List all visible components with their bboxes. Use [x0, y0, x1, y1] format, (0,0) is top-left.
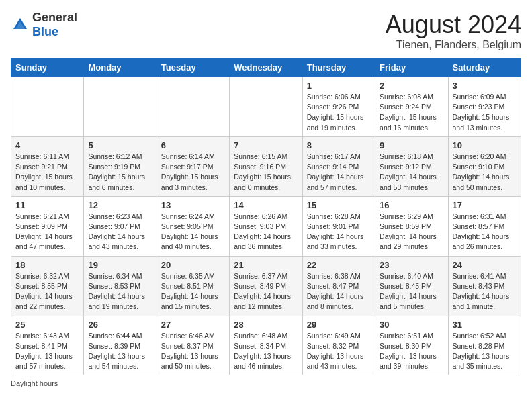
day-number: 7 — [234, 140, 298, 150]
calendar-cell: 31Sunrise: 6:52 AM Sunset: 8:28 PM Dayli… — [448, 316, 521, 375]
day-info: Sunrise: 6:46 AM Sunset: 8:37 PM Dayligh… — [161, 331, 225, 372]
day-number: 9 — [380, 140, 443, 150]
day-info: Sunrise: 6:18 AM Sunset: 9:12 PM Dayligh… — [380, 152, 443, 193]
header-monday: Monday — [84, 58, 157, 77]
calendar-cell: 14Sunrise: 6:26 AM Sunset: 9:03 PM Dayli… — [230, 196, 302, 256]
day-number: 21 — [234, 260, 298, 270]
page-subtitle: Tienen, Flanders, Belgium — [386, 39, 521, 51]
calendar-cell: 21Sunrise: 6:37 AM Sunset: 8:49 PM Dayli… — [230, 256, 302, 316]
calendar-header-row: SundayMondayTuesdayWednesdayThursdayFrid… — [11, 58, 521, 77]
calendar-cell — [11, 77, 84, 137]
day-info: Sunrise: 6:48 AM Sunset: 8:34 PM Dayligh… — [234, 331, 298, 372]
day-info: Sunrise: 6:21 AM Sunset: 9:09 PM Dayligh… — [15, 212, 79, 253]
calendar-cell: 20Sunrise: 6:35 AM Sunset: 8:51 PM Dayli… — [157, 256, 229, 316]
day-number: 31 — [453, 320, 517, 330]
calendar-cell: 30Sunrise: 6:51 AM Sunset: 8:30 PM Dayli… — [375, 316, 448, 375]
day-info: Sunrise: 6:24 AM Sunset: 9:05 PM Dayligh… — [161, 212, 225, 253]
calendar-cell: 17Sunrise: 6:31 AM Sunset: 8:57 PM Dayli… — [448, 196, 521, 256]
day-info: Sunrise: 6:11 AM Sunset: 9:21 PM Dayligh… — [15, 152, 79, 193]
day-info: Sunrise: 6:09 AM Sunset: 9:23 PM Dayligh… — [453, 92, 517, 133]
page-header: General Blue August 2024 Tienen, Flander… — [11, 11, 521, 51]
header-friday: Friday — [375, 58, 448, 77]
day-number: 15 — [307, 200, 371, 210]
calendar-week-row: 11Sunrise: 6:21 AM Sunset: 9:09 PM Dayli… — [11, 196, 521, 256]
calendar-cell: 12Sunrise: 6:23 AM Sunset: 9:07 PM Dayli… — [84, 196, 157, 256]
day-info: Sunrise: 6:37 AM Sunset: 8:49 PM Dayligh… — [234, 271, 298, 312]
day-number: 12 — [88, 200, 152, 210]
day-info: Sunrise: 6:20 AM Sunset: 9:10 PM Dayligh… — [453, 152, 517, 193]
day-number: 6 — [161, 140, 225, 150]
header-sunday: Sunday — [11, 58, 84, 77]
day-number: 25 — [15, 320, 79, 330]
day-number: 13 — [161, 200, 225, 210]
day-info: Sunrise: 6:52 AM Sunset: 8:28 PM Dayligh… — [453, 331, 517, 372]
calendar-cell: 28Sunrise: 6:48 AM Sunset: 8:34 PM Dayli… — [230, 316, 302, 375]
calendar-table: SundayMondayTuesdayWednesdayThursdayFrid… — [11, 58, 521, 375]
day-info: Sunrise: 6:35 AM Sunset: 8:51 PM Dayligh… — [161, 271, 225, 312]
day-number: 18 — [15, 260, 79, 270]
title-block: August 2024 Tienen, Flanders, Belgium — [386, 11, 521, 51]
day-number: 10 — [453, 140, 517, 150]
calendar-cell: 2Sunrise: 6:08 AM Sunset: 9:24 PM Daylig… — [375, 77, 448, 137]
day-number: 28 — [234, 320, 298, 330]
calendar-cell: 5Sunrise: 6:12 AM Sunset: 9:19 PM Daylig… — [84, 136, 157, 196]
calendar-cell: 10Sunrise: 6:20 AM Sunset: 9:10 PM Dayli… — [448, 136, 521, 196]
day-info: Sunrise: 6:44 AM Sunset: 8:39 PM Dayligh… — [88, 331, 152, 372]
day-number: 3 — [453, 81, 517, 91]
calendar-cell: 25Sunrise: 6:43 AM Sunset: 8:41 PM Dayli… — [11, 316, 84, 375]
day-number: 4 — [15, 140, 79, 150]
calendar-cell: 29Sunrise: 6:49 AM Sunset: 8:32 PM Dayli… — [302, 316, 375, 375]
day-number: 14 — [234, 200, 298, 210]
calendar-cell: 1Sunrise: 6:06 AM Sunset: 9:26 PM Daylig… — [302, 77, 375, 137]
calendar-cell: 26Sunrise: 6:44 AM Sunset: 8:39 PM Dayli… — [84, 316, 157, 375]
day-info: Sunrise: 6:06 AM Sunset: 9:26 PM Dayligh… — [307, 92, 371, 133]
header-saturday: Saturday — [448, 58, 521, 77]
calendar-cell: 24Sunrise: 6:41 AM Sunset: 8:43 PM Dayli… — [448, 256, 521, 316]
calendar-cell — [157, 77, 229, 137]
day-info: Sunrise: 6:15 AM Sunset: 9:16 PM Dayligh… — [234, 152, 298, 193]
header-wednesday: Wednesday — [230, 58, 302, 77]
calendar-cell: 6Sunrise: 6:14 AM Sunset: 9:17 PM Daylig… — [157, 136, 229, 196]
day-number: 26 — [88, 320, 152, 330]
day-info: Sunrise: 6:34 AM Sunset: 8:53 PM Dayligh… — [88, 271, 152, 312]
calendar-cell: 7Sunrise: 6:15 AM Sunset: 9:16 PM Daylig… — [230, 136, 302, 196]
header-thursday: Thursday — [302, 58, 375, 77]
logo: General Blue — [11, 11, 77, 39]
day-info: Sunrise: 6:23 AM Sunset: 9:07 PM Dayligh… — [88, 212, 152, 253]
day-info: Sunrise: 6:29 AM Sunset: 8:59 PM Dayligh… — [380, 212, 443, 253]
calendar-cell: 18Sunrise: 6:32 AM Sunset: 8:55 PM Dayli… — [11, 256, 84, 316]
calendar-week-row: 1Sunrise: 6:06 AM Sunset: 9:26 PM Daylig… — [11, 77, 521, 137]
calendar-cell — [230, 77, 302, 137]
logo-general: General — [32, 11, 77, 24]
footer-note: Daylight hours — [11, 379, 521, 387]
calendar-cell: 23Sunrise: 6:40 AM Sunset: 8:45 PM Dayli… — [375, 256, 448, 316]
calendar-cell — [84, 77, 157, 137]
day-number: 1 — [307, 81, 371, 91]
header-tuesday: Tuesday — [157, 58, 229, 77]
day-number: 30 — [380, 320, 443, 330]
calendar-cell: 4Sunrise: 6:11 AM Sunset: 9:21 PM Daylig… — [11, 136, 84, 196]
day-number: 8 — [307, 140, 371, 150]
day-number: 20 — [161, 260, 225, 270]
day-info: Sunrise: 6:28 AM Sunset: 9:01 PM Dayligh… — [307, 212, 371, 253]
day-info: Sunrise: 6:43 AM Sunset: 8:41 PM Dayligh… — [15, 331, 79, 372]
day-info: Sunrise: 6:26 AM Sunset: 9:03 PM Dayligh… — [234, 212, 298, 253]
day-number: 11 — [15, 200, 79, 210]
calendar-cell: 3Sunrise: 6:09 AM Sunset: 9:23 PM Daylig… — [448, 77, 521, 137]
calendar-cell: 27Sunrise: 6:46 AM Sunset: 8:37 PM Dayli… — [157, 316, 229, 375]
page-title: August 2024 — [386, 11, 521, 39]
logo-blue: Blue — [32, 25, 58, 38]
day-info: Sunrise: 6:41 AM Sunset: 8:43 PM Dayligh… — [453, 271, 517, 312]
day-info: Sunrise: 6:31 AM Sunset: 8:57 PM Dayligh… — [453, 212, 517, 253]
day-number: 22 — [307, 260, 371, 270]
calendar-cell: 9Sunrise: 6:18 AM Sunset: 9:12 PM Daylig… — [375, 136, 448, 196]
day-info: Sunrise: 6:14 AM Sunset: 9:17 PM Dayligh… — [161, 152, 225, 193]
day-info: Sunrise: 6:32 AM Sunset: 8:55 PM Dayligh… — [15, 271, 79, 312]
day-number: 19 — [88, 260, 152, 270]
day-number: 24 — [453, 260, 517, 270]
calendar-cell: 22Sunrise: 6:38 AM Sunset: 8:47 PM Dayli… — [302, 256, 375, 316]
day-number: 27 — [161, 320, 225, 330]
calendar-cell: 8Sunrise: 6:17 AM Sunset: 9:14 PM Daylig… — [302, 136, 375, 196]
day-number: 17 — [453, 200, 517, 210]
day-number: 2 — [380, 81, 443, 91]
